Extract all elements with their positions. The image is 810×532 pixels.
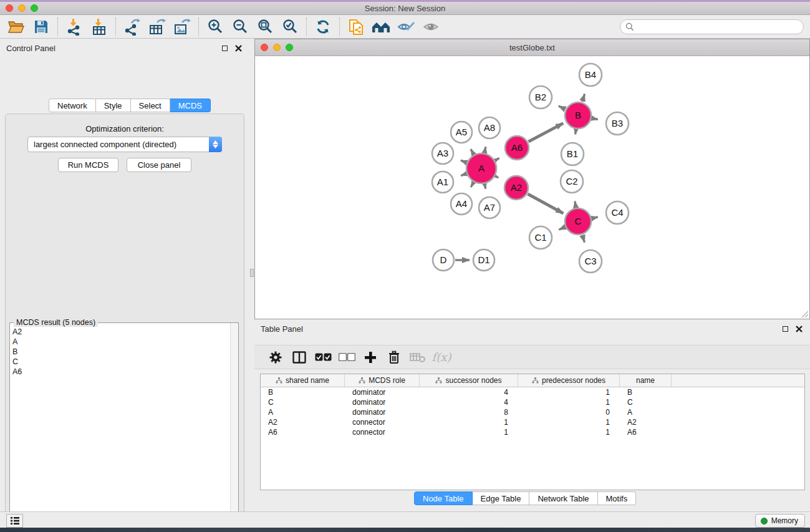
table-row[interactable]: A2connector11A2: [261, 417, 804, 427]
cell-MCDS-role[interactable]: dominator: [345, 387, 420, 397]
add-column-button[interactable]: [359, 347, 382, 367]
tab-node-table[interactable]: Node Table: [414, 491, 473, 505]
delete-columns-button[interactable]: [382, 347, 406, 367]
export-table-button[interactable]: [145, 17, 170, 37]
tab-style[interactable]: Style: [96, 99, 131, 112]
edge-A-A3[interactable]: [461, 160, 466, 162]
column-header-shared-name[interactable]: shared name: [261, 374, 345, 387]
column-header-predecessor-nodes[interactable]: predecessor nodes: [518, 374, 620, 387]
graph-node-B4[interactable]: B4: [579, 64, 602, 86]
table-row[interactable]: Adominator80A: [261, 407, 804, 417]
cell-name[interactable]: A2: [620, 417, 672, 427]
graph-node-C3[interactable]: C3: [579, 250, 602, 273]
tab-network-table[interactable]: Network Table: [529, 491, 597, 505]
show-all-button[interactable]: [418, 17, 443, 37]
graph-node-B1[interactable]: B1: [561, 143, 584, 165]
edge-C-C3[interactable]: [582, 235, 585, 243]
cell-predecessor-nodes[interactable]: 1: [518, 427, 620, 437]
cell-name[interactable]: B: [620, 387, 672, 397]
cell-predecessor-nodes[interactable]: 1: [518, 397, 620, 407]
graph-node-C[interactable]: C: [565, 208, 591, 235]
table-settings-button[interactable]: [264, 347, 287, 367]
graph-node-B3[interactable]: B3: [606, 112, 629, 135]
graph-node-A[interactable]: A: [466, 153, 496, 183]
graph-node-C4[interactable]: C4: [606, 201, 629, 224]
zoom-out-button[interactable]: [228, 17, 253, 37]
edge-A-A5[interactable]: [471, 149, 473, 154]
edge-A-A4[interactable]: [471, 183, 473, 187]
cell-MCDS-role[interactable]: connector: [345, 427, 420, 437]
first-neighbors-button[interactable]: [369, 17, 393, 37]
cell-successor-nodes[interactable]: 1: [420, 417, 518, 427]
edge-B-B3[interactable]: [592, 118, 598, 120]
apply-function-button[interactable]: f(x): [430, 347, 453, 367]
cell-successor-nodes[interactable]: 4: [420, 387, 518, 397]
tab-edge-table[interactable]: Edge Table: [473, 491, 530, 505]
graph-node-A4[interactable]: A4: [451, 193, 472, 215]
run-mcds-button[interactable]: Run MCDS: [58, 158, 118, 172]
column-header-name[interactable]: name: [620, 374, 672, 387]
select-all-rows-button[interactable]: [311, 347, 335, 367]
result-item[interactable]: C: [12, 357, 228, 367]
import-table-button[interactable]: [87, 17, 112, 37]
table-float-button[interactable]: [780, 324, 790, 334]
graph-node-A1[interactable]: A1: [432, 172, 453, 193]
result-item[interactable]: A: [12, 337, 228, 347]
cell-shared-name[interactable]: A6: [261, 427, 345, 437]
close-panel-button[interactable]: Close panel: [127, 158, 191, 172]
split-panel-button[interactable]: [287, 347, 311, 367]
edge-A-A1[interactable]: [461, 174, 466, 176]
cell-successor-nodes[interactable]: 4: [420, 397, 518, 407]
graph-node-D1[interactable]: D1: [473, 249, 494, 271]
task-history-button[interactable]: [6, 514, 23, 528]
cell-predecessor-nodes[interactable]: 0: [518, 407, 620, 417]
hide-selected-button[interactable]: [393, 17, 418, 37]
cell-successor-nodes[interactable]: 1: [420, 427, 518, 437]
refresh-view-button[interactable]: [311, 17, 335, 37]
graph-node-C2[interactable]: C2: [561, 170, 583, 193]
tab-select[interactable]: Select: [131, 99, 170, 112]
tab-mcds[interactable]: MCDS: [170, 99, 211, 112]
cell-MCDS-role[interactable]: dominator: [345, 407, 420, 417]
graph-node-B2[interactable]: B2: [529, 86, 552, 109]
memory-button[interactable]: Memory: [755, 514, 805, 528]
edge-A-A8[interactable]: [485, 147, 486, 152]
delete-table-button[interactable]: [406, 347, 430, 367]
edge-A6-B[interactable]: [529, 123, 564, 142]
graph-node-A7[interactable]: A7: [479, 197, 500, 218]
graph-node-C1[interactable]: C1: [529, 226, 552, 249]
edge-A2-C[interactable]: [528, 194, 563, 213]
edge-C-C2[interactable]: [575, 201, 576, 208]
graph-node-D[interactable]: D: [433, 249, 454, 271]
edge-B-B1[interactable]: [576, 130, 576, 135]
cell-predecessor-nodes[interactable]: 1: [518, 387, 620, 397]
result-item[interactable]: A2: [12, 327, 228, 337]
column-header-MCDS-role[interactable]: MCDS role: [345, 374, 420, 387]
edge-A-A6[interactable]: [496, 158, 499, 160]
network-canvas-svg[interactable]: B4B2BB3B1A5A8A6A3AA1A2C2A4A7CC4C1C3DD1: [255, 56, 809, 319]
zoom-in-button[interactable]: [203, 17, 228, 37]
import-network-button[interactable]: [62, 17, 87, 37]
cell-shared-name[interactable]: A2: [261, 417, 345, 427]
edge-B-B2[interactable]: [559, 106, 565, 109]
float-panel-button[interactable]: [219, 43, 229, 53]
column-header-successor-nodes[interactable]: successor nodes: [420, 374, 518, 387]
cell-shared-name[interactable]: A: [261, 407, 345, 417]
zoom-selected-button[interactable]: [277, 17, 302, 37]
table-row[interactable]: Cdominator41C: [261, 397, 804, 407]
cell-shared-name[interactable]: C: [261, 397, 345, 407]
graph-node-A3[interactable]: A3: [432, 143, 453, 164]
cell-successor-nodes[interactable]: 8: [420, 407, 518, 417]
search-field[interactable]: [620, 19, 804, 34]
edge-B-B4[interactable]: [582, 94, 585, 102]
cell-name[interactable]: C: [620, 397, 672, 407]
deselect-all-rows-button[interactable]: [335, 347, 359, 367]
graph-node-A8[interactable]: A8: [479, 117, 500, 138]
close-panel-x-button[interactable]: [233, 43, 243, 53]
vertical-splitter-grip[interactable]: [250, 269, 254, 277]
graph-node-A6[interactable]: A6: [505, 136, 529, 160]
export-image-button[interactable]: [170, 17, 195, 37]
save-session-button[interactable]: [29, 17, 54, 37]
open-file-button[interactable]: [4, 17, 29, 37]
edge-C-C1[interactable]: [559, 227, 565, 230]
